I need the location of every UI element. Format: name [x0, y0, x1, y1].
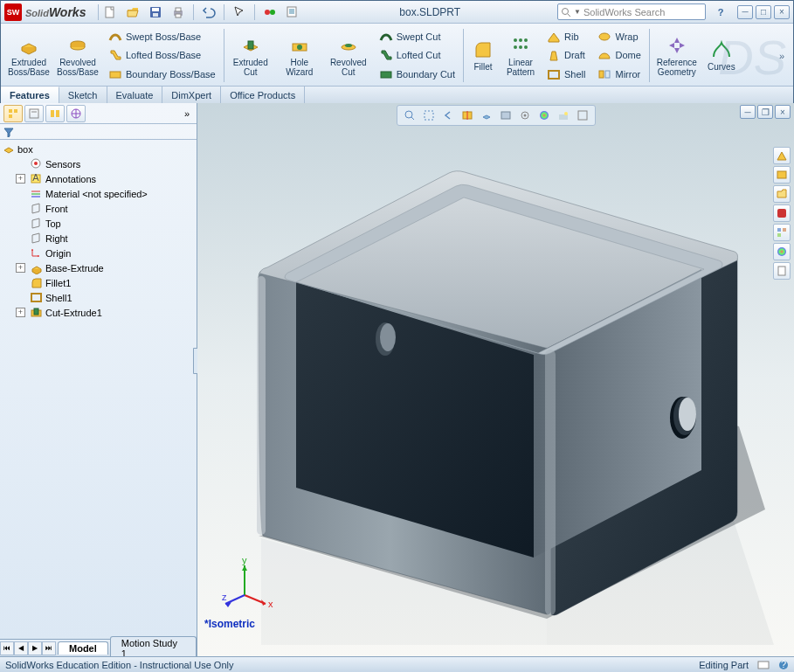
status-bar: SolidWorks Education Edition - Instructi… [0, 656, 794, 672]
fillet-button[interactable]: Fillet [466, 25, 501, 86]
svg-point-28 [524, 45, 528, 49]
boundary-cut-button[interactable]: Boundary Cut [376, 66, 458, 82]
status-help-icon[interactable]: ? [778, 660, 789, 670]
extruded-cut-button[interactable]: Extruded Cut [226, 25, 275, 86]
tab-sketch[interactable]: Sketch [59, 87, 107, 103]
help-button[interactable]: ? [711, 3, 730, 21]
undo-button[interactable] [199, 3, 218, 21]
tab-nav-last[interactable]: ⏭ [42, 641, 56, 655]
lofted-cut-button[interactable]: Lofted Cut [376, 47, 458, 63]
rebuild-button[interactable] [260, 3, 280, 21]
tab-nav-prev[interactable]: ◀ [14, 641, 28, 655]
svg-text:z: z [222, 592, 227, 602]
swept-boss-button[interactable]: Swept Boss/Base [106, 29, 218, 45]
extrude-icon [30, 261, 43, 274]
tree-front-plane[interactable]: Front [0, 201, 197, 216]
draft-button[interactable]: Draft [544, 47, 588, 63]
tab-office-products[interactable]: Office Products [221, 87, 305, 103]
svg-point-7 [265, 10, 270, 15]
svg-rect-32 [605, 71, 610, 78]
cut-extrude-icon [30, 306, 43, 319]
tree-material[interactable]: Material <not specified> [0, 186, 197, 201]
hole-wizard-button[interactable]: Hole Wizard [275, 25, 324, 86]
svg-point-26 [514, 45, 517, 49]
maximize-button[interactable]: □ [756, 5, 771, 19]
model-tab[interactable]: Model [58, 641, 108, 655]
svg-point-30 [599, 33, 610, 40]
property-manager-tab[interactable] [24, 105, 44, 122]
minimize-button[interactable]: ─ [737, 5, 753, 19]
tree-origin[interactable]: Origin [0, 246, 197, 260]
status-text: SolidWorks Education Edition - Instructi… [5, 660, 233, 670]
tree-right-plane[interactable]: Right [0, 231, 197, 246]
dimxpert-manager-tab[interactable] [66, 105, 86, 122]
search-input[interactable]: ▼ SolidWorks Search [557, 3, 706, 20]
tab-features[interactable]: Features [1, 87, 59, 103]
feature-manager-panel: » box Sensors + A Annotations M [0, 103, 197, 656]
panel-expand-button[interactable]: » [181, 108, 193, 119]
mirror-button[interactable]: Mirror [595, 66, 643, 82]
close-button[interactable]: × [774, 5, 790, 19]
expand-toggle[interactable]: + [16, 263, 25, 273]
save-button[interactable] [146, 3, 165, 21]
boundary-boss-button[interactable]: Boundary Boss/Base [106, 66, 218, 82]
search-placeholder: SolidWorks Search [583, 7, 665, 17]
titlebar: SW SolidWorks box.SLDPRT ▼ SolidWorks Se… [1, 1, 793, 24]
new-doc-button[interactable] [100, 3, 120, 21]
swept-cut-button[interactable]: Swept Cut [376, 29, 458, 45]
lofted-boss-button[interactable]: Lofted Boss/Base [106, 47, 218, 63]
select-button[interactable] [230, 3, 249, 21]
fillet-icon [30, 276, 43, 289]
filter-icon[interactable] [3, 127, 14, 137]
feature-tree-tab[interactable] [3, 105, 23, 122]
document-title: box.SLDPRT [302, 6, 557, 18]
svg-point-44 [34, 162, 38, 165]
plane-icon [30, 232, 43, 245]
shell-button[interactable]: Shell [544, 66, 588, 82]
svg-rect-75 [545, 350, 556, 615]
tree-fillet1[interactable]: Fillet1 [0, 275, 197, 290]
tree-root[interactable]: box [0, 142, 197, 156]
tab-evaluate[interactable]: Evaluate [107, 87, 163, 103]
configuration-manager-tab[interactable] [45, 105, 65, 122]
status-unit-icon[interactable] [757, 659, 770, 671]
revolved-boss-button[interactable]: Revolved Boss/Base [53, 25, 102, 86]
curves-button[interactable]: Curves [702, 25, 741, 86]
ribbon-expand-button[interactable]: » [774, 51, 790, 61]
tree-cut-extrude1[interactable]: + Cut-Extrude1 [0, 305, 197, 320]
dome-button[interactable]: Dome [595, 47, 643, 63]
svg-point-23 [514, 38, 517, 42]
sensors-icon [30, 157, 43, 170]
svg-rect-52 [31, 294, 41, 301]
svg-rect-17 [248, 41, 253, 49]
extruded-boss-button[interactable]: Extruded Boss/Base [4, 25, 53, 86]
options-button[interactable] [283, 3, 302, 21]
open-button[interactable] [123, 3, 142, 21]
print-button[interactable] [169, 3, 188, 21]
rib-button[interactable]: Rib [544, 29, 588, 45]
svg-rect-0 [106, 7, 114, 17]
tab-dimxpert[interactable]: DimXpert [162, 87, 221, 103]
wrap-button[interactable]: Wrap [595, 29, 643, 45]
svg-rect-29 [549, 71, 559, 79]
graphics-viewport[interactable]: ─ ❐ × [197, 103, 794, 656]
app-logo-icon: SW [4, 3, 22, 21]
tab-nav-first[interactable]: ⏮ [0, 641, 14, 655]
expand-toggle[interactable]: + [16, 308, 25, 317]
tree-shell1[interactable]: Shell1 [0, 290, 197, 305]
revolved-cut-button[interactable]: Revolved Cut [324, 25, 373, 86]
linear-pattern-button[interactable]: Linear Pattern [501, 25, 541, 86]
tab-nav-next[interactable]: ▶ [28, 641, 42, 655]
orientation-triad-icon: x y z [222, 557, 276, 611]
reference-geometry-button[interactable]: Reference Geometry [652, 25, 702, 86]
svg-rect-22 [381, 72, 391, 78]
tree-top-plane[interactable]: Top [0, 216, 197, 231]
tree-base-extrude[interactable]: + Base-Extrude [0, 260, 197, 275]
svg-point-80 [380, 323, 396, 351]
tree-sensors[interactable]: Sensors [0, 156, 197, 171]
svg-rect-6 [176, 14, 181, 17]
expand-toggle[interactable]: + [16, 174, 25, 184]
tree-annotations[interactable]: + A Annotations [0, 171, 197, 186]
bottom-tabs: ⏮ ◀ ▶ ⏭ Model Motion Study 1 [0, 639, 197, 656]
material-icon [30, 187, 43, 200]
